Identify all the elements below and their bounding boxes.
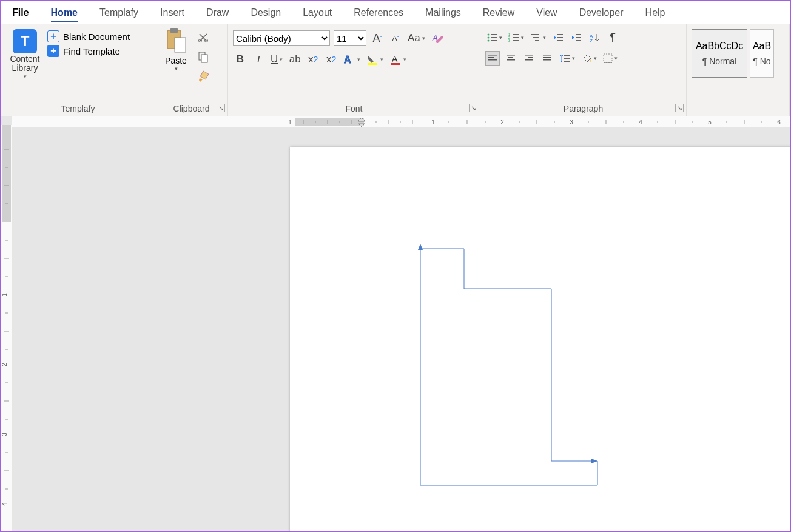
- shading-button[interactable]: [580, 51, 598, 66]
- svg-rect-41: [508, 57, 513, 58]
- copy-button[interactable]: [196, 50, 210, 64]
- paintbrush-icon: [197, 70, 210, 83]
- freeform-shape[interactable]: [416, 244, 604, 493]
- tab-mailings[interactable]: Mailings: [414, 1, 472, 24]
- tab-file[interactable]: File: [1, 1, 40, 24]
- scissors-icon: [198, 32, 209, 43]
- svg-text:2: 2: [1, 363, 8, 366]
- decrease-indent-button[interactable]: [551, 30, 565, 45]
- tab-layout[interactable]: Layout: [292, 1, 343, 24]
- increase-indent-button[interactable]: [569, 30, 584, 45]
- subscript-button[interactable]: x2: [306, 52, 320, 67]
- svg-rect-22: [513, 37, 519, 38]
- svg-rect-18: [491, 40, 497, 41]
- tab-home[interactable]: Home: [40, 1, 89, 24]
- tab-help[interactable]: Help: [634, 1, 676, 24]
- svg-rect-48: [543, 55, 551, 56]
- svg-rect-91: [2, 125, 11, 222]
- line-spacing-button[interactable]: [558, 51, 576, 66]
- horizontal-ruler[interactable]: 1 1 2 3 4 5 6: [12, 116, 790, 127]
- font-size-select[interactable]: 11: [334, 30, 366, 46]
- font-name-select[interactable]: Calibri (Body): [233, 30, 330, 46]
- svg-rect-10: [368, 63, 377, 65]
- svg-rect-36: [488, 55, 497, 56]
- style-name: ¶ Normal: [702, 56, 737, 66]
- italic-button[interactable]: I: [251, 52, 266, 67]
- bullets-button[interactable]: [485, 30, 503, 45]
- svg-rect-47: [528, 62, 533, 62]
- numbering-icon: 123: [508, 33, 519, 42]
- format-painter-button[interactable]: [195, 69, 211, 84]
- highlighter-icon: [366, 54, 379, 65]
- indent-icon: [571, 33, 582, 42]
- svg-rect-7: [200, 71, 209, 79]
- svg-rect-27: [535, 40, 539, 41]
- text-effects-button[interactable]: A: [342, 52, 362, 67]
- cut-button[interactable]: [196, 30, 210, 45]
- style-sample: AaBbCcDc: [696, 41, 743, 52]
- sort-icon: AZ: [589, 32, 600, 43]
- group-paragraph: 123 AZ ¶: [480, 24, 687, 116]
- svg-point-17: [488, 40, 490, 42]
- sort-button[interactable]: AZ: [587, 30, 602, 45]
- tab-developer[interactable]: Developer: [568, 1, 634, 24]
- svg-rect-55: [604, 54, 612, 62]
- tab-references[interactable]: References: [343, 1, 414, 24]
- font-launcher[interactable]: ↘: [469, 104, 477, 112]
- borders-button[interactable]: [602, 51, 619, 66]
- align-right-button[interactable]: [522, 51, 536, 66]
- superscript-button[interactable]: x2: [324, 52, 338, 67]
- svg-rect-49: [543, 57, 551, 58]
- svg-text:2: 2: [500, 119, 504, 126]
- find-template-button[interactable]: + Find Template: [47, 45, 130, 57]
- align-left-icon: [488, 54, 497, 62]
- clipboard-paste-icon: [164, 27, 188, 56]
- svg-rect-30: [557, 40, 563, 41]
- vertical-ruler[interactable]: 1 2 3 4: [1, 125, 12, 531]
- justify-button[interactable]: [540, 51, 554, 66]
- justify-icon: [542, 54, 552, 62]
- tab-view[interactable]: View: [525, 1, 568, 24]
- increase-font-button[interactable]: Aˆ: [370, 31, 385, 45]
- tab-review[interactable]: Review: [472, 1, 525, 24]
- style-normal[interactable]: AaBbCcDc ¶ Normal: [692, 29, 747, 78]
- svg-rect-24: [513, 40, 519, 41]
- change-case-button[interactable]: Aa: [406, 31, 426, 45]
- align-left-button[interactable]: [485, 51, 500, 66]
- clipboard-launcher[interactable]: ↘: [217, 104, 225, 112]
- font-color-button[interactable]: A: [388, 52, 408, 67]
- chevron-down-icon: ▾: [175, 66, 178, 72]
- svg-text:A: A: [392, 54, 398, 64]
- tab-design[interactable]: Design: [240, 1, 292, 24]
- svg-text:1: 1: [431, 119, 435, 126]
- style-no-spacing[interactable]: AaB ¶ No: [750, 29, 774, 78]
- templafy-t-icon: T: [13, 29, 37, 53]
- group-clipboard: Paste ▾ Clipboard ↘: [155, 24, 228, 116]
- underline-button[interactable]: U: [269, 52, 284, 67]
- svg-text:5: 5: [708, 119, 712, 126]
- svg-rect-46: [525, 59, 533, 61]
- highlight-button[interactable]: [365, 52, 385, 67]
- show-hide-button[interactable]: ¶: [605, 30, 620, 45]
- blank-document-button[interactable]: + Blank Document: [47, 30, 130, 42]
- align-center-button[interactable]: [503, 51, 518, 66]
- svg-rect-33: [576, 40, 581, 41]
- arrowhead-start-icon: [418, 244, 423, 250]
- tab-templafy[interactable]: Templafy: [89, 1, 149, 24]
- bold-button[interactable]: B: [233, 52, 247, 67]
- paragraph-launcher[interactable]: ↘: [675, 104, 684, 112]
- content-library-button[interactable]: T Content Library ▾: [6, 27, 44, 103]
- strikethrough-button[interactable]: ab: [288, 52, 302, 67]
- clear-formatting-button[interactable]: A: [430, 31, 445, 45]
- paste-button[interactable]: Paste ▾: [160, 27, 192, 103]
- svg-text:6: 6: [777, 119, 781, 126]
- multilevel-list-button[interactable]: [529, 30, 547, 45]
- tab-draw[interactable]: Draw: [195, 1, 240, 24]
- tab-insert[interactable]: Insert: [149, 1, 195, 24]
- svg-text:4: 4: [639, 119, 642, 126]
- svg-point-13: [488, 34, 490, 36]
- numbering-button[interactable]: 123: [507, 30, 525, 45]
- document-workspace: 1 1 2 3 4 5 6: [1, 116, 790, 531]
- decrease-font-button[interactable]: Aˇ: [388, 31, 403, 45]
- text-effects-icon: A: [343, 54, 355, 65]
